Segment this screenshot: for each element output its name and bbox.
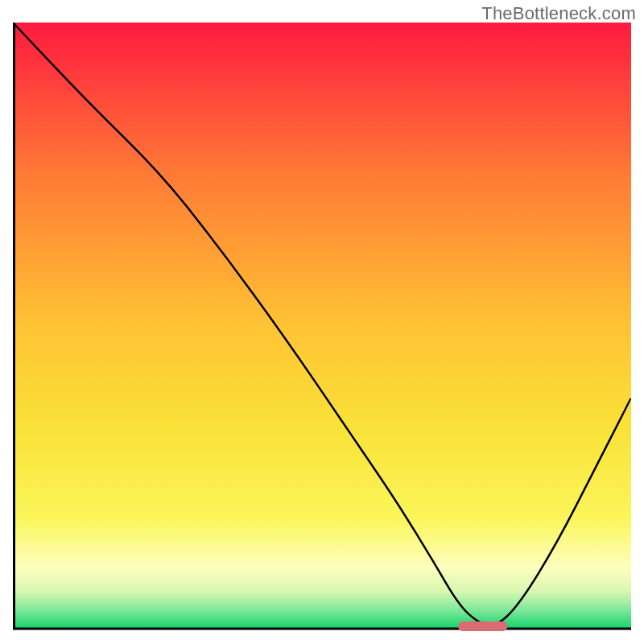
plot-area — [13, 23, 631, 631]
chart-container: TheBottleneck.com — [0, 0, 644, 644]
gradient-background — [13, 23, 631, 628]
chart-svg — [13, 23, 631, 631]
watermark-text: TheBottleneck.com — [481, 3, 636, 24]
optimum-marker — [458, 621, 507, 631]
